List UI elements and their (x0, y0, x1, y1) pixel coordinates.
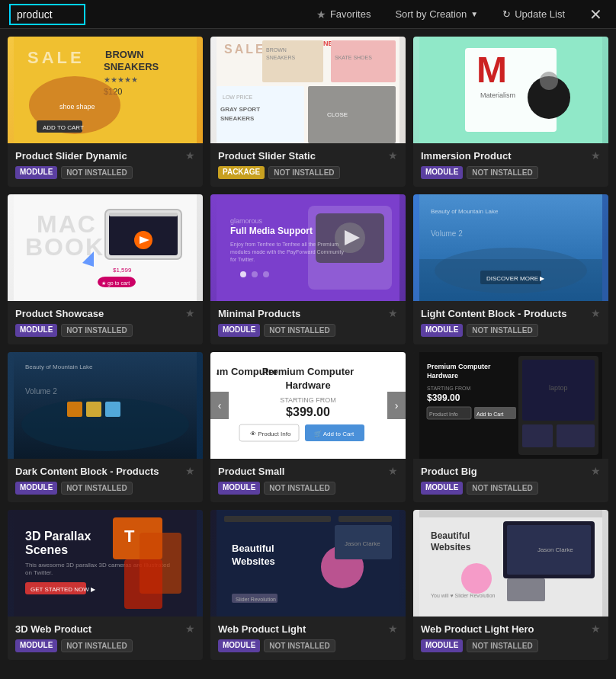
svg-text:T: T (124, 527, 135, 546)
svg-text:SNEAKERS: SNEAKERS (266, 55, 295, 60)
carousel-next-button[interactable]: › (387, 392, 406, 419)
card-immersion-product: M Materialism Immersion Product ★ MODULE… (413, 37, 608, 187)
svg-text:Hardware: Hardware (285, 380, 330, 391)
svg-text:Add to Cart: Add to Cart (476, 412, 503, 417)
card-title-row: Web Product Light Hero ★ (421, 623, 601, 635)
svg-text:Product Info: Product Info (429, 412, 458, 417)
update-list-button[interactable]: ↻ Update List (498, 5, 569, 23)
svg-text:BROWN: BROWN (266, 47, 287, 53)
card-tags: PACKAGE NOT INSTALLED (218, 166, 398, 179)
card-title-row: Light Content Block - Products ★ (421, 307, 601, 319)
svg-text:Beauty of Mountain Lake: Beauty of Mountain Lake (25, 364, 93, 370)
svg-text:Premium Computer: Premium Computer (427, 363, 491, 370)
header-actions: ★ Favorites Sort by Creation ▼ ↻ Update … (312, 4, 607, 25)
tag-type: MODULE (421, 482, 463, 495)
favorite-star-icon[interactable]: ★ (388, 307, 398, 319)
tag-not-installed: NOT INSTALLED (61, 166, 132, 179)
card-tags: MODULE NOT INSTALLED (15, 639, 195, 652)
favorites-button[interactable]: ★ Favorites (312, 5, 375, 24)
svg-rect-67 (86, 402, 101, 417)
favorite-star-icon[interactable]: ★ (388, 623, 398, 635)
svg-text:for Twitter.: for Twitter. (230, 257, 255, 262)
card-thumbnail: Beautiful Websites Jason Clarke You will… (413, 510, 608, 617)
svg-text:You will ♥ Slider Revolution: You will ♥ Slider Revolution (431, 593, 496, 598)
favorite-star-icon[interactable]: ★ (185, 307, 195, 319)
svg-point-29 (540, 72, 558, 90)
favorite-star-icon[interactable]: ★ (185, 465, 195, 477)
svg-rect-66 (67, 402, 82, 417)
svg-text:★ go to cart: ★ go to cart (101, 280, 130, 287)
favorite-star-icon[interactable]: ★ (591, 465, 601, 477)
close-icon: ✕ (589, 6, 602, 23)
thumb-inner: Beautiful Websites Jason Clarke You will… (413, 510, 608, 617)
card-info: Web Product Light Hero ★ MODULE NOT INST… (413, 617, 608, 660)
card-tags: MODULE NOT INSTALLED (15, 166, 195, 179)
card-info: Product Slider Dynamic ★ MODULE NOT INST… (8, 143, 203, 187)
card-tags: MODULE NOT INSTALLED (421, 166, 601, 179)
card-tags: MODULE NOT INSTALLED (15, 482, 195, 495)
card-info: Product Small ★ MODULE NOT INSTALLED (210, 459, 406, 502)
svg-text:LOW PRICE: LOW PRICE (223, 94, 253, 100)
product-grid: SALE BROWN SNEAKERS ★★★★★ $120 shoe shap… (0, 29, 616, 668)
svg-text:Jason Clarke: Jason Clarke (537, 546, 573, 553)
card-title: Product Small (218, 466, 284, 477)
card-title-row: Product Showcase ★ (15, 307, 195, 319)
favorite-star-icon[interactable]: ★ (388, 149, 398, 162)
svg-text:$1,599: $1,599 (113, 267, 132, 274)
svg-text:BROWN: BROWN (105, 49, 144, 60)
card-thumbnail: Beauty of Mountain Lake Volume 2 DISCOVE… (413, 194, 608, 301)
svg-text:Websites: Websites (232, 556, 275, 567)
card-title-row: Web Product Light ★ (218, 623, 398, 635)
thumb-inner: Beautiful Websites Jason Clarke Slider R… (210, 510, 406, 617)
svg-text:👁 Product Info: 👁 Product Info (250, 431, 291, 437)
favorite-star-icon[interactable]: ★ (185, 149, 195, 162)
refresh-icon: ↻ (502, 8, 511, 20)
card-title: Product Showcase (15, 308, 104, 319)
svg-text:SNEAKERS: SNEAKERS (104, 61, 159, 72)
svg-text:SALE: SALE (27, 48, 85, 67)
favorite-star-icon[interactable]: ★ (388, 465, 398, 477)
card-title: Product Slider Static (218, 150, 316, 162)
carousel-prev-button[interactable]: ‹ (210, 392, 229, 419)
tag-not-installed: NOT INSTALLED (61, 639, 132, 652)
thumb-inner: 3D Parallax Scenes This awesome 3D paral… (8, 510, 203, 617)
svg-text:$399.00: $399.00 (427, 392, 460, 403)
svg-rect-22 (308, 86, 396, 143)
star-icon: ★ (316, 8, 326, 21)
tag-not-installed: NOT INSTALLED (467, 639, 537, 652)
favorite-star-icon[interactable]: ★ (591, 149, 601, 162)
favorite-star-icon[interactable]: ★ (185, 623, 195, 635)
card-thumbnail: SALE BROWN SNEAKERS ★★★★★ $120 shoe shap… (8, 37, 203, 143)
card-title-row: Minimal Products ★ (218, 307, 398, 319)
svg-text:Volume 2: Volume 2 (25, 387, 57, 396)
svg-text:CLOSE: CLOSE (327, 111, 348, 118)
thumb-inner: Premium Computer Hardware STARTING FROM … (413, 352, 608, 459)
tag-not-installed: NOT INSTALLED (467, 482, 537, 495)
card-info: Dark Content Block - Products ★ MODULE N… (8, 459, 203, 502)
svg-text:★★★★★: ★★★★★ (104, 75, 138, 84)
card-title-row: Product Slider Dynamic ★ (15, 149, 195, 162)
thumb-inner: M Materialism (413, 37, 608, 143)
tag-type: MODULE (218, 639, 260, 652)
card-info: Product Slider Static ★ PACKAGE NOT INST… (210, 143, 406, 187)
svg-rect-68 (105, 402, 120, 417)
favorite-star-icon[interactable]: ★ (591, 623, 601, 635)
tag-not-installed: NOT INSTALLED (467, 324, 537, 337)
card-title: Dark Content Block - Products (15, 466, 159, 477)
svg-rect-91 (522, 424, 553, 447)
sort-label: Sort by Creation (395, 8, 467, 20)
svg-rect-16 (331, 40, 396, 82)
thumb-inner: MAC BOOK $1,599 ★ go to cart (8, 194, 203, 301)
svg-text:Websites: Websites (431, 542, 471, 552)
card-title: Light Content Block - Products (421, 308, 566, 319)
favorite-star-icon[interactable]: ★ (591, 307, 601, 319)
card-product-slider-dynamic: SALE BROWN SNEAKERS ★★★★★ $120 shoe shap… (8, 37, 203, 187)
sort-button[interactable]: Sort by Creation ▼ (390, 5, 483, 23)
card-title: Product Big (421, 466, 477, 477)
search-input[interactable]: product (9, 4, 85, 25)
close-button[interactable]: ✕ (585, 4, 607, 25)
svg-text:3D Parallax: 3D Parallax (25, 530, 91, 543)
card-info: Product Showcase ★ MODULE NOT INSTALLED (8, 301, 203, 344)
card-title: Web Product Light (218, 623, 306, 635)
card-title: Web Product Light Hero (421, 623, 534, 635)
